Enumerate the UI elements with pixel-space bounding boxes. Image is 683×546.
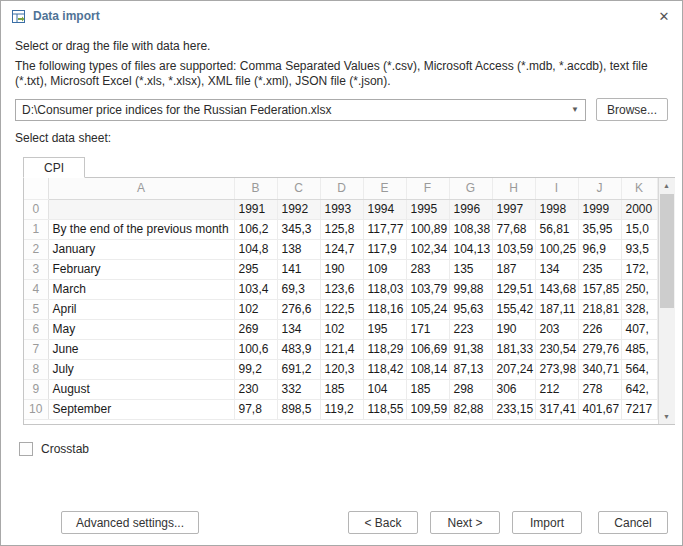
scroll-down-icon[interactable]: ▼ (659, 409, 675, 424)
grid-cell[interactable]: 190 (492, 319, 535, 339)
grid-cell[interactable]: 103,79 (406, 279, 449, 299)
grid-cell[interactable]: 226 (578, 319, 621, 339)
grid-cell[interactable]: 97,8 (234, 399, 277, 419)
grid-cell[interactable]: 235 (578, 259, 621, 279)
grid-cell[interactable]: 103,4 (234, 279, 277, 299)
grid-cell[interactable]: 104,13 (449, 239, 492, 259)
grid-cell[interactable]: 340,71 (578, 359, 621, 379)
grid-cell[interactable]: 103,59 (492, 239, 535, 259)
grid-cell[interactable]: 95,63 (449, 299, 492, 319)
row-header-6[interactable]: 6 (24, 319, 48, 339)
grid-cell[interactable]: 143,68 (535, 279, 578, 299)
grid-cell[interactable]: 1995 (406, 199, 449, 219)
column-header-i[interactable]: I (535, 178, 578, 199)
row-header-0[interactable]: 0 (24, 199, 48, 219)
grid-cell[interactable]: 15,0 (621, 219, 657, 239)
grid-cell[interactable]: 283 (406, 259, 449, 279)
grid-cell[interactable]: 485, (621, 339, 657, 359)
grid-cell[interactable]: 190 (320, 259, 363, 279)
column-header-k[interactable]: K (621, 178, 657, 199)
grid-cell[interactable]: 317,41 (535, 399, 578, 419)
grid-cell[interactable]: 642, (621, 379, 657, 399)
browse-button[interactable]: Browse... (596, 98, 668, 121)
grid-cell[interactable]: 278 (578, 379, 621, 399)
grid-cell[interactable]: 273,98 (535, 359, 578, 379)
grid-cell[interactable]: 345,3 (277, 219, 320, 239)
grid-cell[interactable]: 99,88 (449, 279, 492, 299)
grid-cell[interactable]: 407, (621, 319, 657, 339)
grid-cell[interactable]: 96,9 (578, 239, 621, 259)
grid-cell[interactable]: 135 (449, 259, 492, 279)
grid-cell[interactable]: 106,2 (234, 219, 277, 239)
column-header-a[interactable]: A (48, 178, 234, 199)
grid-cell[interactable]: 1996 (449, 199, 492, 219)
grid-cell[interactable]: 134 (277, 319, 320, 339)
grid-cell[interactable]: 483,9 (277, 339, 320, 359)
grid-cell[interactable]: 91,38 (449, 339, 492, 359)
grid-cell[interactable]: 250, (621, 279, 657, 299)
grid-cell[interactable]: 187 (492, 259, 535, 279)
grid-cell[interactable]: 155,42 (492, 299, 535, 319)
grid-cell[interactable]: 1993 (320, 199, 363, 219)
column-header-e[interactable]: E (363, 178, 406, 199)
row-header-10[interactable]: 10 (24, 399, 48, 419)
grid-cell[interactable]: 157,85 (578, 279, 621, 299)
grid-cell[interactable]: 109,59 (406, 399, 449, 419)
column-header-b[interactable]: B (234, 178, 277, 199)
grid-cell[interactable]: 35,95 (578, 219, 621, 239)
grid-cell[interactable]: 230,54 (535, 339, 578, 359)
grid-cell[interactable]: 117,77 (363, 219, 406, 239)
grid-cell[interactable]: 1998 (535, 199, 578, 219)
grid-cell[interactable]: 100,89 (406, 219, 449, 239)
grid-cell[interactable]: 106,69 (406, 339, 449, 359)
grid-cell[interactable]: 195 (363, 319, 406, 339)
grid-cell[interactable]: 123,6 (320, 279, 363, 299)
vertical-scrollbar[interactable]: ▲ ▼ (658, 178, 675, 424)
tab-cpi[interactable]: CPI (23, 157, 85, 178)
grid-cell[interactable]: 233,15 (492, 399, 535, 419)
file-path-combobox[interactable]: D:\Consumer price indices for the Russia… (15, 99, 586, 121)
cancel-button[interactable]: Cancel (598, 511, 668, 534)
next-button[interactable]: Next > (430, 511, 500, 534)
grid-cell[interactable]: 203 (535, 319, 578, 339)
grid-cell[interactable]: 185 (406, 379, 449, 399)
grid-cell[interactable]: August (48, 379, 234, 399)
grid-cell[interactable]: 276,6 (277, 299, 320, 319)
grid-cell[interactable]: 82,88 (449, 399, 492, 419)
grid-cell[interactable]: 108,38 (449, 219, 492, 239)
grid-cell[interactable]: 218,81 (578, 299, 621, 319)
grid-cell[interactable]: 185 (320, 379, 363, 399)
chevron-down-icon[interactable]: ▼ (565, 105, 585, 114)
grid-cell[interactable]: May (48, 319, 234, 339)
grid-cell[interactable]: 212 (535, 379, 578, 399)
grid-cell[interactable]: 118,03 (363, 279, 406, 299)
row-header-4[interactable]: 4 (24, 279, 48, 299)
column-header-j[interactable]: J (578, 178, 621, 199)
column-header-d[interactable]: D (320, 178, 363, 199)
grid-cell[interactable]: 207,24 (492, 359, 535, 379)
row-header-7[interactable]: 7 (24, 339, 48, 359)
row-header-1[interactable]: 1 (24, 219, 48, 239)
grid-cell[interactable]: 1991 (234, 199, 277, 219)
grid-cell[interactable]: 223 (449, 319, 492, 339)
grid-cell[interactable]: 230 (234, 379, 277, 399)
scroll-up-icon[interactable]: ▲ (659, 178, 675, 193)
grid-cell[interactable]: 1992 (277, 199, 320, 219)
back-button[interactable]: < Back (348, 511, 418, 534)
grid-cell[interactable]: 120,3 (320, 359, 363, 379)
grid-cell[interactable]: 7217 (621, 399, 657, 419)
grid-cell[interactable]: 1994 (363, 199, 406, 219)
grid-cell[interactable]: 124,7 (320, 239, 363, 259)
column-header-g[interactable]: G (449, 178, 492, 199)
grid-cell[interactable]: July (48, 359, 234, 379)
grid-cell[interactable]: 77,68 (492, 219, 535, 239)
row-header-2[interactable]: 2 (24, 239, 48, 259)
crosstab-checkbox[interactable] (19, 442, 33, 456)
grid-cell[interactable]: 100,25 (535, 239, 578, 259)
close-icon[interactable]: ✕ (646, 1, 682, 31)
grid-cell[interactable]: 87,13 (449, 359, 492, 379)
column-header-c[interactable]: C (277, 178, 320, 199)
grid-cell[interactable]: March (48, 279, 234, 299)
grid-cell[interactable]: 898,5 (277, 399, 320, 419)
grid-cell[interactable]: 105,24 (406, 299, 449, 319)
